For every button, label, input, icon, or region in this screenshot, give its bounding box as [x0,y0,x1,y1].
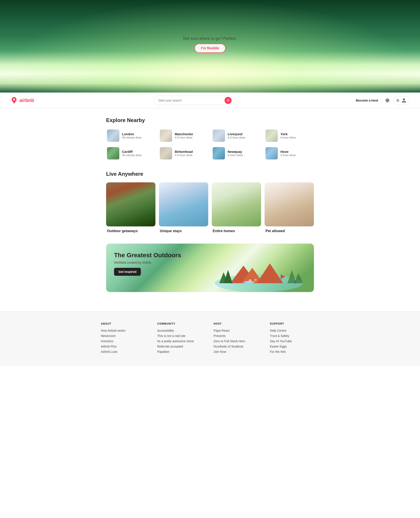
explore-nearby-title: Explore Nearby [106,117,314,123]
svg-point-0 [227,99,229,101]
nearby-item-cardiff[interactable]: Cardiff 45-minute drive [106,146,155,160]
nearby-drive-york: 4-hour drive [280,136,296,139]
nearby-name-york: York [280,132,296,136]
nearby-info-newquay: Newquay 6-hour drive [228,150,243,157]
greatest-outdoors-subtitle: Wishlists curated by Airbnb. [114,261,181,264]
footer-col-community: Community Accessibility This is not a re… [157,322,206,355]
nearby-item-liverpool[interactable]: Liverpool 4.5-hour drive [212,129,261,143]
nearby-thumb-cardiff [107,147,119,160]
nearby-info-liverpool: Liverpool 4.5-hour drive [228,132,245,139]
nearby-item-york[interactable]: York 4-hour drive [265,129,314,143]
nearby-item-birkenhead[interactable]: Birkenhead 4.5-hour drive [159,146,208,160]
logo[interactable]: airbnb [11,97,34,104]
footer-link-zero-to-hero[interactable]: Zero to Full Stack Hero [214,339,263,343]
footer-link-referrals[interactable]: Referrals accepted [157,345,206,348]
footer-link-trust[interactable]: Trust & Safety [270,334,319,338]
footer-link-plus[interactable]: Airbnb Plus [101,345,150,348]
live-anywhere-title: Live Anywhere [106,171,314,177]
live-card-pet[interactable]: Pet allowed [265,182,314,233]
footer-col-host: Host Papa React Presents Zero to Full St… [214,322,263,355]
live-anywhere-cards: Outdoor getaways Unique stays Entire hom… [106,182,314,233]
nearby-item-london[interactable]: London 45-minute drive [106,129,155,143]
hero-content: Not sure where to go? Perfect. I'm flexi… [183,36,237,53]
flexible-button[interactable]: I'm flexible [194,44,226,53]
nearby-info-london: London 45-minute drive [122,132,142,139]
live-card-img-outdoor [106,182,155,226]
footer-link-newsroom[interactable]: Newsroom [101,334,150,338]
nearby-drive-birkenhead: 4.5-hour drive [175,153,193,157]
become-host-button[interactable]: Become a Host [352,97,382,104]
footer-heading-support: Support [270,322,319,325]
globe-button[interactable] [383,97,391,104]
footer-link-papa-react[interactable]: Papa React [214,329,263,332]
footer-link-easter[interactable]: Easter Eggs [270,345,319,348]
nearby-name-cardiff: Cardiff [122,150,142,153]
nearby-info-cardiff: Cardiff 45-minute drive [122,150,142,157]
nearby-item-manchester[interactable]: Manchester 4.5-hour drive [159,129,208,143]
nearby-drive-newquay: 6-hour drive [228,153,243,157]
nearby-name-liverpool: Liverpool [228,132,245,136]
footer-link-accessibility[interactable]: Accessibility [157,329,206,332]
footer-link-clone[interactable]: Its a pretty awesome clone [157,339,206,343]
airbnb-logo-icon [11,97,18,104]
footer-heading-about: About [101,322,150,325]
nearby-thumb-york [265,130,278,142]
footer-link-presents[interactable]: Presents [214,334,263,338]
nearby-name-london: London [122,132,142,136]
hero-tagline: Not sure where to go? Perfect. [183,36,237,41]
svg-marker-10 [257,263,283,283]
live-card-unique[interactable]: Unique stays [159,182,208,233]
live-anywhere-section: Live Anywhere Outdoor getaways Unique st… [106,171,314,233]
nearby-thumb-london [107,130,119,142]
live-card-label-outdoor: Outdoor getaways [106,229,155,233]
footer-heading-host: Host [214,322,263,325]
nearby-thumb-newquay [213,147,225,160]
live-card-label-unique: Unique stays [159,229,208,233]
nearby-info-hove: Hove 2-hour drive [280,150,296,157]
nearby-name-newquay: Newquay [228,150,243,153]
footer-link-join-now[interactable]: Join Now [214,350,263,353]
nearby-name-hove: Hove [280,150,296,153]
footer-link-luxe[interactable]: Airbnb Luxe [101,350,150,353]
search-icon [226,99,230,102]
nearby-drive-cardiff: 45-minute drive [122,153,142,157]
nearby-item-newquay[interactable]: Newquay 6-hour drive [212,146,261,160]
nearby-drive-liverpool: 4.5-hour drive [228,136,245,139]
footer-link-youtube[interactable]: Say Hi YouTube [270,339,319,343]
footer-link-papafam[interactable]: Papafam [157,350,206,353]
logo-text: airbnb [19,98,34,103]
footer-link-help[interactable]: Help Centre [270,329,319,332]
footer: About How Airbnb works Newsroom Investor… [0,312,420,366]
footer-col-about: About How Airbnb works Newsroom Investor… [101,322,150,355]
footer-link-win[interactable]: For the Win [270,350,319,353]
get-inspired-button[interactable]: Get Inspired [114,268,141,276]
globe-icon [385,99,390,102]
footer-link-not-real[interactable]: This is not a real site [157,334,206,338]
nearby-grid: London 45-minute drive Manchester 4.5-ho… [106,129,314,160]
footer-link-students[interactable]: Hundreds of Students [214,345,263,348]
search-bar [154,96,233,105]
footer-link-investors[interactable]: Investors [101,339,150,343]
svg-point-14 [254,279,257,281]
greatest-outdoors-banner: The Greatest Outdoors Wishlists curated … [106,244,314,292]
footer-heading-community: Community [157,322,206,325]
nearby-item-hove[interactable]: Hove 2-hour drive [265,146,314,160]
live-card-outdoor[interactable]: Outdoor getaways [106,182,155,233]
footer-link-how[interactable]: How Airbnb works [101,329,150,332]
greatest-outdoors-title: The Greatest Outdoors [114,251,181,259]
hero-section: Not sure where to go? Perfect. I'm flexi… [0,0,420,92]
search-input[interactable] [154,96,233,105]
search-button[interactable] [225,97,232,104]
nearby-thumb-manchester [160,130,172,142]
user-menu-button[interactable] [393,96,409,105]
nearby-drive-manchester: 4.5-hour drive [175,136,193,139]
footer-col-support: Support Help Centre Trust & Safety Say H… [270,322,319,355]
svg-point-17 [243,281,255,283]
user-icon [401,98,406,103]
live-card-label-pet: Pet allowed [265,229,314,233]
nearby-thumb-hove [265,147,278,160]
navbar-right: Become a Host [352,96,409,105]
live-card-entire[interactable]: Entire homes [212,182,261,233]
nearby-drive-london: 45-minute drive [122,136,142,139]
hamburger-icon [396,99,399,102]
